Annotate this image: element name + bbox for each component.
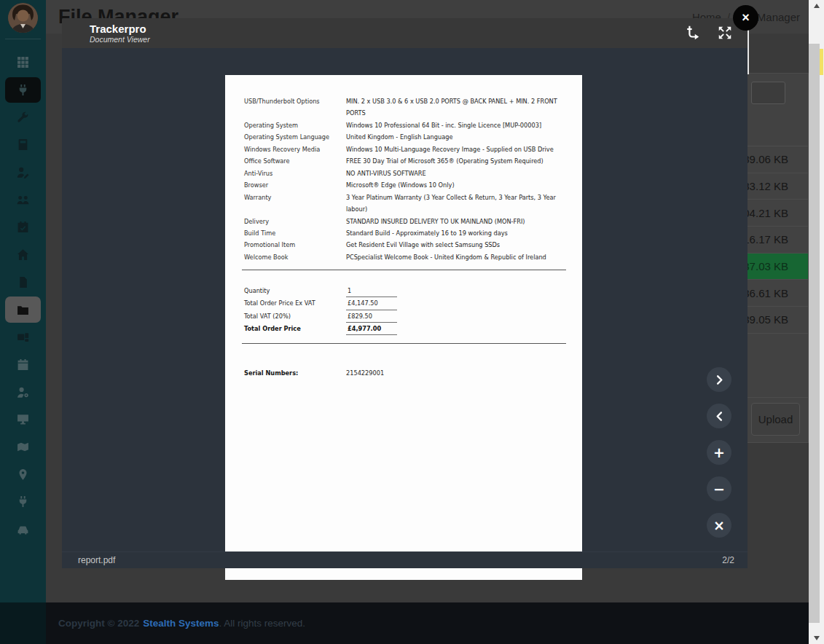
- total-row: Total Order Price Ex VAT£4,147.50: [244, 297, 397, 310]
- sidebar-item-calculator[interactable]: [0, 131, 46, 159]
- scroll-up-button[interactable]: [809, 0, 824, 12]
- spec-value: United Kingdom - English Language: [346, 131, 566, 143]
- totals-table: Quantity1Total Order Price Ex VAT£4,147.…: [244, 285, 397, 335]
- grid-icon: [17, 56, 29, 68]
- total-row: Quantity1: [244, 285, 397, 297]
- close-icon: ×: [742, 10, 750, 25]
- sidebar-item-grid[interactable]: [0, 49, 46, 76]
- spec-label: Windows Recovery Media: [244, 144, 346, 155]
- panel-edge-highlight: [748, 29, 749, 74]
- spec-label: Build Time: [244, 227, 346, 239]
- calendar-check-icon: [17, 221, 29, 233]
- page-scrollbar[interactable]: [809, 0, 824, 644]
- spec-value: STANDARD INSURED DELIVERY TO UK MAINLAND…: [346, 216, 566, 227]
- spec-label: Office Software: [244, 155, 346, 167]
- scrollbar-thumb[interactable]: [809, 44, 820, 623]
- spec-row: Build TimeStandard Build - Approximately…: [244, 227, 566, 239]
- spec-label: Warranty: [244, 192, 346, 216]
- viewer-area: USB/Thunderbolt OptionsMIN. 2 x USB 3.0 …: [62, 48, 748, 551]
- sidebar-item-user-edit[interactable]: [0, 159, 46, 186]
- modal-subtitle: Document Viewer: [90, 35, 748, 44]
- fullscreen-icon[interactable]: [717, 25, 733, 41]
- sidebar-item-map-marked[interactable]: [0, 433, 46, 461]
- spec-label: Anti-Virus: [244, 168, 346, 179]
- serial-numbers-value: 2154229001: [346, 369, 384, 377]
- copyright-text: Copyright © 2022: [58, 618, 139, 629]
- spec-row: BrowserMicrosoft® Edge (Windows 10 Only): [244, 179, 566, 191]
- sidebar: [0, 0, 46, 644]
- spec-value: FREE 30 Day Trial of Microsoft 365® (Ope…: [346, 155, 566, 167]
- spec-label: Operating System: [244, 119, 346, 131]
- sidebar-footer: [0, 602, 46, 644]
- modal-header: Trackerpro Document Viewer: [62, 18, 748, 48]
- upload-button[interactable]: Upload: [751, 403, 800, 436]
- sidebar-item-calendar[interactable]: [0, 351, 46, 379]
- calculator-icon: [17, 138, 29, 151]
- sidebar-item-file-pdf[interactable]: [0, 269, 46, 297]
- total-value: £4,147.50: [346, 297, 397, 310]
- spec-label: Delivery: [244, 216, 346, 227]
- modal-title: Trackerpro: [90, 23, 748, 35]
- brand-link[interactable]: Stealth Systems: [139, 618, 219, 629]
- serial-numbers-label: Serial Numbers:: [244, 369, 346, 377]
- user-avatar[interactable]: [8, 3, 38, 33]
- zoom-in-button[interactable]: +: [707, 440, 731, 465]
- calendar-icon: [17, 358, 29, 371]
- spec-row: USB/Thunderbolt OptionsMIN. 2 x USB 3.0 …: [244, 95, 566, 119]
- sidebar-item-map-pin[interactable]: [0, 460, 46, 488]
- plug-icon: [17, 84, 29, 96]
- sidebar-item-folder[interactable]: [0, 296, 46, 323]
- total-row: Total VAT (20%)£829.50: [244, 310, 397, 323]
- sidebar-item-car[interactable]: [0, 516, 46, 543]
- rights-text: . All rights reserved.: [219, 618, 306, 629]
- folder-icon: [17, 304, 29, 316]
- prev-page-button[interactable]: [707, 404, 731, 428]
- spec-label: Promotional Item: [244, 239, 346, 251]
- sidebar-item-home[interactable]: [0, 241, 46, 269]
- total-label: Quantity: [244, 285, 346, 297]
- sidebar-item-plug[interactable]: [0, 488, 46, 516]
- chevron-down-icon: [814, 636, 820, 640]
- sidebar-item-desktop[interactable]: [0, 406, 46, 433]
- spec-row: Warranty3 Year Platinum Warranty (3 Year…: [244, 192, 566, 216]
- divider: [242, 343, 566, 344]
- next-page-button[interactable]: [707, 367, 731, 392]
- desktop-icon: [17, 413, 29, 425]
- scroll-down-button[interactable]: [809, 632, 824, 644]
- sidebar-item-photo-video[interactable]: [0, 323, 46, 351]
- sidebar-menu: [0, 49, 46, 543]
- chevron-up-icon: [814, 4, 820, 8]
- sidebar-item-users[interactable]: [0, 186, 46, 213]
- spec-value: NO ANTI-VIRUS SOFTWARE: [346, 168, 566, 179]
- spec-label: Operating System Language: [244, 131, 346, 143]
- sidebar-item-user-cog[interactable]: [0, 378, 46, 406]
- serial-numbers-row: Serial Numbers: 2154229001: [244, 369, 384, 377]
- chevron-left-icon: [714, 411, 725, 422]
- search-input[interactable]: [751, 82, 785, 104]
- avatar-image: [8, 3, 38, 33]
- total-value: £829.50: [346, 310, 397, 323]
- spec-value: 3 Year Platinum Warranty (3 Year Collect…: [346, 192, 566, 216]
- sidebar-item-calendar-check[interactable]: [0, 213, 46, 241]
- rotate-icon[interactable]: [685, 25, 701, 41]
- sidebar-item-plug[interactable]: [0, 76, 46, 104]
- car-icon: [17, 523, 29, 535]
- spec-value: Standard Build - Approximately 16 to 19 …: [346, 227, 566, 239]
- spec-label: Welcome Book: [244, 251, 346, 263]
- divider: [5, 39, 41, 39]
- zoom-out-button[interactable]: −: [707, 476, 731, 501]
- total-label: Total VAT (20%): [244, 310, 346, 323]
- spec-row: Welcome BookPCSpecialist Welcome Book - …: [244, 251, 566, 263]
- total-value: £4,977.00: [346, 323, 397, 335]
- spec-row: Office SoftwareFREE 30 Day Trial of Micr…: [244, 155, 566, 167]
- home-icon: [17, 248, 29, 261]
- photo-video-icon: [17, 331, 29, 343]
- close-modal-button[interactable]: ×: [733, 5, 758, 31]
- sidebar-item-wrench[interactable]: [0, 103, 46, 131]
- spec-row: Operating System LanguageUnited Kingdom …: [244, 131, 566, 143]
- viewer-status-bar: report.pdf 2/2: [62, 551, 748, 568]
- close-viewer-button[interactable]: ×: [707, 513, 731, 538]
- file-pdf-icon: [17, 276, 29, 288]
- total-label: Total Order Price Ex VAT: [244, 297, 346, 310]
- spec-label: Browser: [244, 179, 346, 191]
